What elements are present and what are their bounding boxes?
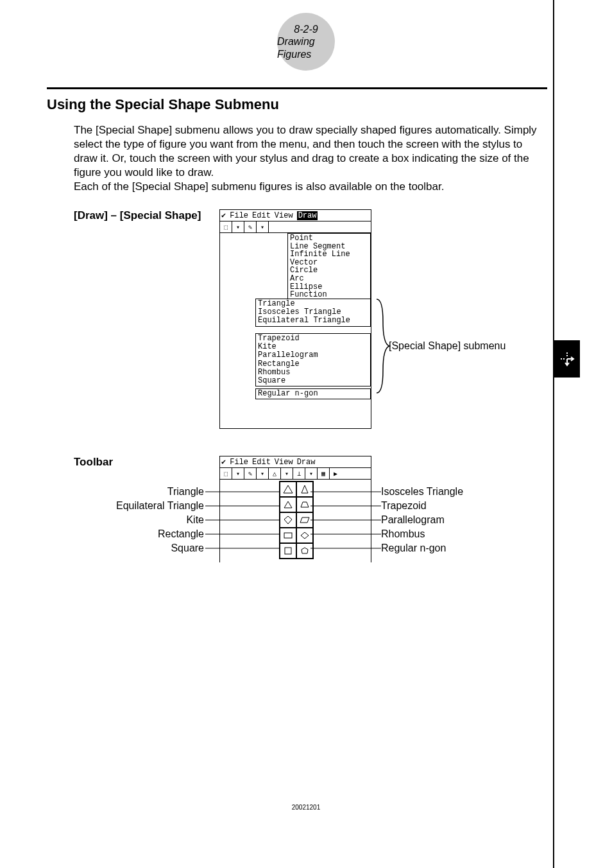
menu-edit[interactable]: Edit [252,211,271,220]
battery-icon-2: ✔ [221,457,226,467]
submenu-quads: Trapezoid Kite Parallelogram Rectangle R… [255,333,371,386]
tb2-dd3-icon[interactable]: ▾ [281,468,293,479]
label-triangle: Triangle [114,485,204,499]
menu-view[interactable]: View [275,211,293,220]
menu-draw-2[interactable]: Draw [297,458,316,467]
tb2-dd2-icon[interactable]: ▾ [257,468,269,479]
battery-icon: ✔ [221,211,226,220]
menu-item-infinite-line[interactable]: Infinite Line [290,250,368,259]
label-rhombus: Rhombus [381,527,463,541]
draw-menu-popup: Point Line Segment Infinite Line Vector … [287,233,371,308]
thumb-tab-icon [554,340,580,378]
footer-number: 20021201 [292,804,321,811]
tb2-next-icon[interactable]: ▶ [330,468,341,479]
menu-edit-2[interactable]: Edit [252,458,271,467]
paragraph-2: Each of the [Special Shape] submenu figu… [74,180,444,193]
tb2-pen-icon[interactable]: ✎ [244,468,257,479]
paragraph-1: The [Special Shape] submenu allows you t… [74,124,537,178]
submenu-item-parallelogram[interactable]: Parallelogram [258,351,368,360]
tool-dropdown-1-icon[interactable]: ▾ [232,221,244,232]
menu-file[interactable]: File [230,211,248,220]
shape-equilateral-icon[interactable] [280,497,296,512]
label-kite: Kite [114,513,204,527]
page-right-margin [553,0,554,868]
device-toolbar-2: ⬚ ▾ ✎ ▾ △ ▾ ⊥ ▾ ▦ ▶ [220,468,371,480]
toolbar-label: Toolbar [74,456,113,469]
page-heading: Using the Special Shape Submenu [47,96,279,113]
menubar-2: ✔ File Edit View Draw [220,456,371,468]
menu-file-2[interactable]: File [230,458,248,467]
submenu-triangles: Triangle Isosceles Triangle Equilateral … [255,299,371,327]
section-badge: 8-2-9 Drawing Figures [277,13,335,71]
label-isosceles: Isosceles Triangle [381,485,463,499]
menu-item-point[interactable]: Point [290,234,368,243]
shape-palette [279,481,314,559]
toolbar-right-labels: Isosceles Triangle Trapezoid Parallelogr… [381,485,463,555]
label-equilateral: Equilateral Triangle [114,499,204,513]
horizontal-rule [47,87,547,89]
label-parallelogram: Parallelogram [381,513,463,527]
menubar: ✔ File Edit View Draw [220,210,371,221]
device-toolbar: ⬚ ▾ ✎ ▾ [220,221,371,233]
shape-square-icon[interactable] [280,543,296,559]
menu-item-arc[interactable]: Arc [290,275,368,283]
submenu-annotation: [Special Shape] submenu [389,340,506,352]
toolbar-left-labels: Triangle Equilateral Triangle Kite Recta… [114,485,204,555]
submenu-item-square[interactable]: Square [258,377,368,385]
leader-lines-right [310,490,381,568]
submenu-item-regular-ngon[interactable]: Regular n-gon [258,390,368,398]
tb2-grid-icon[interactable]: ▦ [318,468,330,479]
shape-triangle-icon[interactable] [280,482,296,497]
tb2-perp-icon[interactable]: ⊥ [293,468,305,479]
label-square: Square [114,541,204,555]
device-screenshot-menu: ✔ File Edit View Draw ⬚ ▾ ✎ ▾ Point Line… [219,209,371,429]
shape-kite-icon[interactable] [280,512,296,528]
tool-select-icon[interactable]: ⬚ [220,221,232,232]
menu-draw[interactable]: Draw [297,211,318,220]
body-paragraphs: The [Special Shape] submenu allows you t… [74,123,548,194]
tool-more-icon[interactable] [269,221,280,232]
tb2-dd4-icon[interactable]: ▾ [305,468,318,479]
submenu-item-equilateral[interactable]: Equilateral Triangle [258,317,368,325]
label-rectangle: Rectangle [114,527,204,541]
submenu-item-rhombus[interactable]: Rhombus [258,369,368,377]
shape-rectangle-icon[interactable] [280,528,296,543]
leader-lines-left [205,490,279,568]
tb2-select-icon[interactable]: ⬚ [220,468,232,479]
menu-view-2[interactable]: View [275,458,293,467]
section-number: 8-2-9 [294,23,318,35]
label-trapezoid: Trapezoid [381,499,463,513]
label-regular-ngon: Regular n-gon [381,541,463,555]
submenu-ngon: Regular n-gon [255,388,371,399]
svg-rect-0 [284,533,292,538]
tool-dropdown-2-icon[interactable]: ▾ [257,221,269,232]
draw-special-shape-label: [Draw] – [Special Shape] [74,209,201,222]
submenu-item-rectangle[interactable]: Rectangle [258,360,368,369]
menu-item-function[interactable]: Function [290,291,368,299]
tool-pen-icon[interactable]: ✎ [244,221,257,232]
section-title: Drawing Figures [277,35,335,60]
tb2-triangle-icon[interactable]: △ [269,468,281,479]
tb2-dd1-icon[interactable]: ▾ [232,468,244,479]
svg-rect-1 [285,548,291,554]
